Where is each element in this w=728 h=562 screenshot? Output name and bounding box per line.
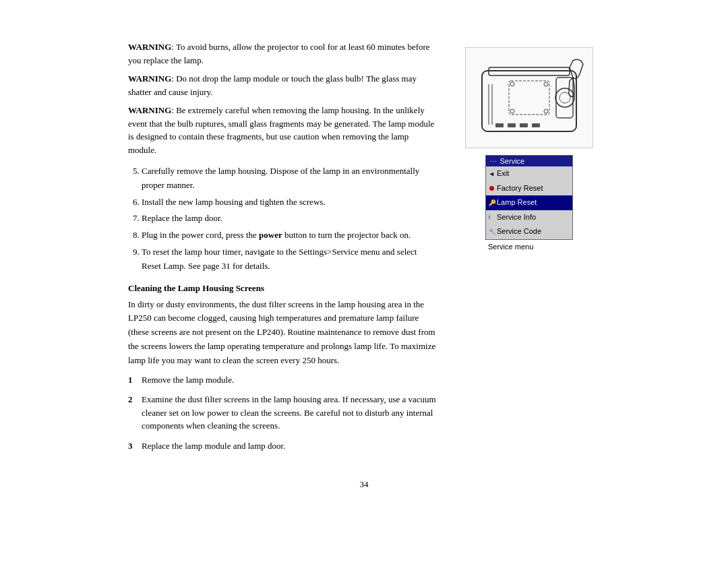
item-1: 1 Remove the lamp module. — [128, 373, 438, 387]
warning-2-text: : Do not drop the lamp module or touch t… — [128, 73, 417, 97]
content-area: WARNING: To avoid burns, allow the proje… — [128, 40, 600, 459]
item-2-num: 2 — [128, 393, 136, 433]
left-column: WARNING: To avoid burns, allow the proje… — [128, 40, 438, 459]
item-2: 2 Examine the dust filter screens in the… — [128, 393, 438, 433]
svg-point-15 — [544, 109, 548, 113]
svg-rect-11 — [509, 81, 549, 115]
svg-rect-0 — [482, 71, 576, 131]
service-menu-factory-reset[interactable]: Factory Reset — [486, 181, 572, 196]
warning-1-text: : To avoid burns, allow the projector to… — [128, 42, 430, 65]
step-7: Replace the lamp door. — [142, 212, 438, 226]
step-9: To reset the lamp hour timer, navigate t… — [142, 245, 438, 274]
warning-2-label: WARNING — [128, 73, 171, 84]
steps-list: Carefully remove the lamp housing. Dispo… — [142, 164, 438, 274]
service-info-label: Service Info — [497, 212, 536, 224]
svg-point-14 — [510, 109, 514, 113]
power-bold: power — [259, 230, 282, 240]
service-menu-title: Service — [500, 157, 525, 165]
item-1-text: Remove the lamp module. — [142, 373, 234, 387]
step-8: Plug in the power cord, press the power … — [142, 228, 438, 243]
triangle-left-icon: ◄ — [489, 169, 495, 179]
step-6: Install the new lamp housing and tighten… — [142, 195, 438, 210]
svg-rect-8 — [508, 123, 516, 127]
warning-3: WARNING: Be extremely careful when remov… — [128, 104, 438, 156]
service-menu-service-code[interactable]: 🔧 Service Code — [486, 224, 572, 239]
warning-1-label: WARNING — [128, 42, 171, 52]
key-icon: 🔑 — [489, 198, 496, 208]
svg-rect-9 — [520, 123, 528, 127]
item-3: 3 Replace the lamp module and lamp door. — [128, 439, 438, 453]
page-number: 34 — [128, 479, 600, 490]
svg-rect-7 — [495, 123, 504, 127]
projector-svg — [468, 51, 590, 145]
warning-3-text: : Be extremely careful when removing the… — [128, 105, 434, 155]
item-2-text: Examine the dust filter screens in the l… — [142, 393, 438, 433]
exit-label: Exit — [497, 168, 509, 180]
service-menu-exit[interactable]: ◄ Exit — [486, 166, 572, 181]
service-menu-caption: Service menu — [488, 243, 533, 251]
lamp-reset-label: Lamp Reset — [497, 197, 537, 209]
page-container: WARNING: To avoid burns, allow the proje… — [101, 27, 627, 503]
service-menu-header: ··· Service — [486, 156, 572, 166]
factory-reset-label: Factory Reset — [497, 183, 543, 195]
body-paragraph-1: In dirty or dusty environments, the dust… — [128, 298, 438, 368]
svg-point-13 — [544, 82, 548, 86]
service-menu: ··· Service ◄ Exit Factory Reset — [485, 155, 573, 240]
wrench-icon: 🔧 — [489, 227, 496, 237]
svg-point-12 — [510, 82, 514, 86]
item-1-num: 1 — [128, 373, 136, 387]
menu-dots-icon: ··· — [490, 158, 497, 164]
red-dot-icon — [489, 186, 494, 191]
service-menu-service-info[interactable]: i Service Info — [486, 210, 572, 225]
item-3-num: 3 — [128, 439, 136, 453]
section-heading: Cleaning the Lamp Housing Screens — [128, 283, 438, 294]
svg-point-3 — [555, 88, 574, 107]
warning-3-label: WARNING — [128, 105, 171, 115]
service-code-label: Service Code — [497, 226, 541, 238]
projector-illustration — [465, 47, 593, 148]
step-5: Carefully remove the lamp housing. Dispo… — [142, 164, 438, 193]
warning-2: WARNING: Do not drop the lamp module or … — [128, 72, 438, 98]
item-3-text: Replace the lamp module and lamp door. — [142, 439, 285, 453]
info-icon: i — [489, 212, 490, 222]
svg-rect-10 — [532, 123, 540, 127]
service-menu-lamp-reset[interactable]: 🔑 Lamp Reset — [486, 195, 572, 210]
warning-1: WARNING: To avoid burns, allow the proje… — [128, 40, 438, 67]
right-column: ··· Service ◄ Exit Factory Reset — [458, 40, 600, 459]
service-menu-container: ··· Service ◄ Exit Factory Reset — [485, 155, 573, 251]
